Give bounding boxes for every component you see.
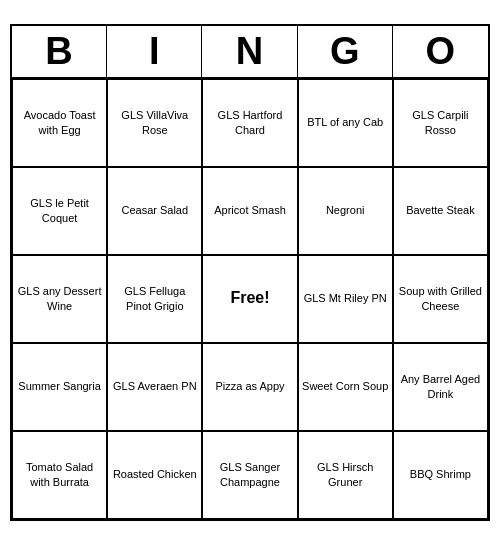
bingo-cell-4[interactable]: GLS Carpili Rosso [393,79,488,167]
bingo-header: BINGO [12,26,488,79]
bingo-cell-13[interactable]: GLS Mt Riley PN [298,255,393,343]
bingo-cell-23[interactable]: GLS Hirsch Gruner [298,431,393,519]
bingo-cell-8[interactable]: Negroni [298,167,393,255]
bingo-cell-10[interactable]: GLS any Dessert Wine [12,255,107,343]
bingo-cell-19[interactable]: Any Barrel Aged Drink [393,343,488,431]
bingo-cell-0[interactable]: Avocado Toast with Egg [12,79,107,167]
bingo-cell-9[interactable]: Bavette Steak [393,167,488,255]
bingo-cell-15[interactable]: Summer Sangria [12,343,107,431]
bingo-cell-24[interactable]: BBQ Shrimp [393,431,488,519]
bingo-cell-3[interactable]: BTL of any Cab [298,79,393,167]
bingo-cell-12[interactable]: Free! [202,255,297,343]
bingo-cell-14[interactable]: Soup with Grilled Cheese [393,255,488,343]
header-letter-g: G [298,26,393,77]
bingo-cell-7[interactable]: Apricot Smash [202,167,297,255]
header-letter-n: N [202,26,297,77]
bingo-cell-17[interactable]: Pizza as Appy [202,343,297,431]
bingo-cell-21[interactable]: Roasted Chicken [107,431,202,519]
header-letter-b: B [12,26,107,77]
header-letter-i: I [107,26,202,77]
bingo-cell-20[interactable]: Tomato Salad with Burrata [12,431,107,519]
bingo-cell-18[interactable]: Sweet Corn Soup [298,343,393,431]
bingo-cell-5[interactable]: GLS le Petit Coquet [12,167,107,255]
bingo-cell-6[interactable]: Ceasar Salad [107,167,202,255]
bingo-cell-2[interactable]: GLS Hartford Chard [202,79,297,167]
header-letter-o: O [393,26,488,77]
bingo-card: BINGO Avocado Toast with EggGLS VillaViv… [10,24,490,521]
bingo-cell-16[interactable]: GLS Averaen PN [107,343,202,431]
bingo-cell-1[interactable]: GLS VillaViva Rose [107,79,202,167]
bingo-cell-22[interactable]: GLS Sanger Champagne [202,431,297,519]
bingo-grid: Avocado Toast with EggGLS VillaViva Rose… [12,79,488,519]
bingo-cell-11[interactable]: GLS Felluga Pinot Grigio [107,255,202,343]
